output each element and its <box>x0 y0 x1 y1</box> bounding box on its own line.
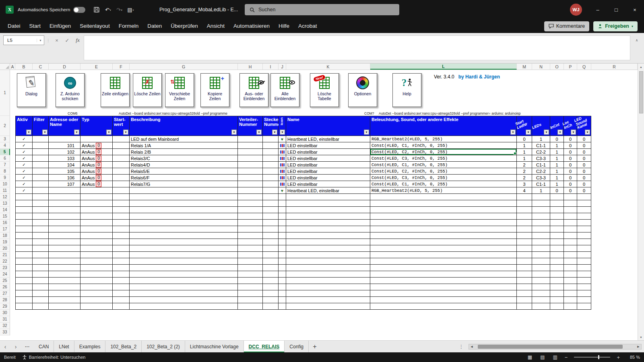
cell-O26[interactable] <box>550 284 564 290</box>
row-header-4[interactable]: 4 <box>0 142 10 149</box>
scroll-left-icon[interactable]: ◀ <box>469 345 475 348</box>
cell-N12[interactable] <box>532 194 550 200</box>
cell-O29[interactable] <box>550 303 564 310</box>
cell-R24[interactable] <box>591 271 638 278</box>
cell-H9[interactable] <box>238 175 263 181</box>
row-header-20[interactable]: 20 <box>0 245 10 252</box>
cell-C13[interactable] <box>33 200 49 207</box>
cell-P15[interactable] <box>564 213 577 220</box>
cell-A33[interactable] <box>10 329 15 335</box>
cell-Q9[interactable]: 0 <box>577 175 591 181</box>
cell-J20[interactable] <box>279 245 286 252</box>
cell-M9[interactable]: 2 <box>517 175 532 181</box>
cell-O4[interactable]: 1 <box>550 142 564 149</box>
cell-K6[interactable]: LED einstellbar <box>286 155 370 162</box>
cell-F3[interactable] <box>113 136 130 142</box>
normal-view-icon[interactable]: ▦ <box>527 354 533 360</box>
cell-E5[interactable]: AnAus0 <box>80 149 113 155</box>
cell-F7[interactable] <box>113 162 130 168</box>
cell-K30[interactable] <box>286 310 370 316</box>
cell-G25[interactable] <box>130 278 238 284</box>
cell-R2[interactable] <box>591 116 638 136</box>
sheet-nav-right-icon[interactable]: › <box>10 341 21 352</box>
cell-D32[interactable] <box>49 323 80 329</box>
quick-access-more-icon[interactable]: ▤▾ <box>125 4 136 15</box>
cell-G24[interactable] <box>130 271 238 278</box>
cell-F24[interactable] <box>113 271 130 278</box>
cell-Q4[interactable]: 0 <box>577 142 591 149</box>
cell-G9[interactable]: Relais6/F <box>130 175 238 181</box>
cell-B13[interactable] <box>15 200 33 207</box>
cell-M13[interactable] <box>517 200 532 207</box>
cell-E3[interactable] <box>80 136 113 142</box>
cell-N27[interactable] <box>532 290 550 297</box>
cell-G11[interactable] <box>130 187 238 194</box>
cell-O5[interactable]: 1 <box>550 149 564 155</box>
cell-C8[interactable] <box>33 168 49 175</box>
cell-B33[interactable] <box>15 329 33 335</box>
sheet-tab-lnet[interactable]: LNet <box>54 341 74 352</box>
vertical-scroll-thumb[interactable] <box>639 71 643 113</box>
cell-J8[interactable] <box>279 168 286 175</box>
cell-N8[interactable]: C2-2 <box>532 168 550 175</box>
cell-H13[interactable] <box>238 200 263 207</box>
cell-J17[interactable] <box>279 226 286 232</box>
cell-L8[interactable]: Const(#LED, C2, #InCh, 0, 255) <box>370 168 517 175</box>
cell-P19[interactable] <box>564 239 577 245</box>
cell-E28[interactable] <box>80 297 113 303</box>
cell-L3[interactable]: RGB_Heartbeat2(#LED, 5, 255) <box>370 136 517 142</box>
cell-E26[interactable] <box>80 284 113 290</box>
column-header-F[interactable]: F <box>113 64 130 70</box>
cell-E27[interactable] <box>80 290 113 297</box>
cell-P13[interactable] <box>564 200 577 207</box>
name-box[interactable]: L5 ▾ <box>3 35 44 45</box>
toolbar-button-kopiere-zeilen[interactable]: +Kopiere Zeilen <box>200 73 229 107</box>
horizontal-scrollbar[interactable]: ◀ ▶ <box>469 344 642 350</box>
zoom-in-icon[interactable]: + <box>617 354 620 360</box>
cell-G13[interactable] <box>130 200 238 207</box>
sheet-tab-102-beta-2[interactable]: 102_Beta_2 <box>105 341 142 352</box>
cell-P26[interactable] <box>564 284 577 290</box>
cell-F5[interactable] <box>113 149 130 155</box>
cell-J26[interactable] <box>279 284 286 290</box>
cell-B19[interactable] <box>15 239 33 245</box>
cell-B21[interactable] <box>15 252 33 258</box>
cell-N9[interactable]: C3-3 <box>532 175 550 181</box>
cell-I29[interactable] <box>263 303 279 310</box>
cell-G21[interactable] <box>130 252 238 258</box>
cell-P16[interactable] <box>564 220 577 226</box>
add-sheet-button[interactable]: + <box>309 341 321 352</box>
cell-J21[interactable] <box>279 252 286 258</box>
row-header-18[interactable]: 18 <box>0 232 10 239</box>
cell-L22[interactable] <box>370 258 517 265</box>
cell-O7[interactable]: 1 <box>550 162 564 168</box>
cell-N16[interactable] <box>532 220 550 226</box>
row-header-13[interactable]: 13 <box>0 200 10 207</box>
cell-R10[interactable] <box>591 181 638 187</box>
cell-N20[interactable] <box>532 245 550 252</box>
sheet-tab-102-beta-2-2[interactable]: 102_Beta_2 (2) <box>142 341 185 352</box>
cell-M23[interactable] <box>517 265 532 271</box>
column-header-K[interactable]: K <box>286 64 370 70</box>
cell-Q7[interactable]: 0 <box>577 162 591 168</box>
filter-button-start-lednr[interactable]: ▼ <box>526 130 531 135</box>
cell-H6[interactable] <box>238 155 263 162</box>
cell-D16[interactable] <box>49 220 80 226</box>
filter-button-led-sound-kanal[interactable]: ▼ <box>585 130 590 135</box>
cell-B11[interactable]: ✓ <box>15 187 33 194</box>
excel-logo-icon[interactable]: X <box>6 6 14 14</box>
cell-Q19[interactable] <box>577 239 591 245</box>
cell-M18[interactable] <box>517 232 532 239</box>
search-box[interactable]: Suchen <box>245 4 399 15</box>
cell-H23[interactable] <box>238 265 263 271</box>
cell-L7[interactable]: Const(#LED, C1, #InCh, 0, 255) <box>370 162 517 168</box>
ribbon-tab-berpr-fen[interactable]: Überprüfen <box>166 19 202 33</box>
column-header-I[interactable]: I <box>263 64 279 70</box>
cell-G15[interactable] <box>130 213 238 220</box>
row-header-19[interactable]: 19 <box>0 239 10 245</box>
cell-E4[interactable]: AnAus0 <box>80 142 113 149</box>
ribbon-tab-hilfe[interactable]: Hilfe <box>274 19 294 33</box>
cell-O11[interactable]: 0 <box>550 187 564 194</box>
cell-L20[interactable] <box>370 245 517 252</box>
cell-F19[interactable] <box>113 239 130 245</box>
